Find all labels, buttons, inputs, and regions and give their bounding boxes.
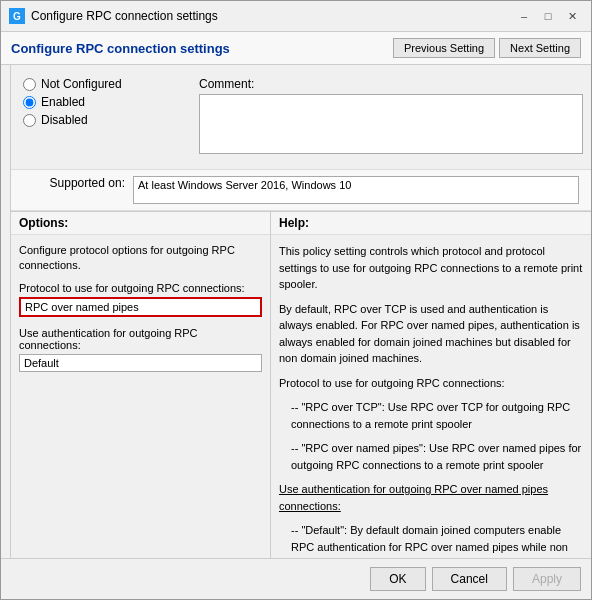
ok-button[interactable]: OK [370,567,425,591]
supported-on-value: At least Windows Server 2016, Windows 10 [133,176,579,204]
maximize-button[interactable]: □ [537,7,559,25]
footer: OK Cancel Apply [1,558,591,599]
help-para-6: -- "Default": By default domain joined c… [279,522,583,558]
disabled-radio[interactable] [23,114,36,127]
dialog-window: G Configure RPC connection settings – □ … [0,0,592,600]
enabled-option[interactable]: Enabled [23,95,179,109]
options-panel: Options: Configure protocol options for … [11,212,271,558]
auth-label: Use authentication for outgoing RPC conn… [19,327,262,351]
not-configured-option[interactable]: Not Configured [23,77,179,91]
enabled-label[interactable]: Enabled [41,95,85,109]
help-panel: Help: This policy setting controls which… [271,212,591,558]
close-button[interactable]: ✕ [561,7,583,25]
window-controls: – □ ✕ [513,7,583,25]
title-bar: G Configure RPC connection settings – □ … [1,1,591,32]
disabled-label[interactable]: Disabled [41,113,88,127]
help-para-3: -- "RPC over TCP": Use RPC over TCP for … [279,399,583,432]
comment-column: Comment: [191,73,591,161]
comment-label: Comment: [199,77,583,91]
page-title: Configure RPC connection settings [11,41,230,56]
title-text: Configure RPC connection settings [31,9,218,23]
help-header: Help: [271,212,591,235]
cancel-button[interactable]: Cancel [432,567,507,591]
help-para-0: This policy setting controls which proto… [279,243,583,293]
left-panel [1,65,11,558]
options-help-section: Options: Configure protocol options for … [11,211,591,558]
main-content: Not Configured Enabled Disabled Comment: [11,65,591,558]
minimize-button[interactable]: – [513,7,535,25]
help-para-5: Use authentication for outgoing RPC over… [279,481,583,514]
not-configured-label[interactable]: Not Configured [41,77,122,91]
options-header: Options: [11,212,270,235]
options-content: Configure protocol options for outgoing … [11,235,270,558]
next-setting-button[interactable]: Next Setting [499,38,581,58]
disabled-option[interactable]: Disabled [23,113,179,127]
protocol-dropdown[interactable]: RPC over TCP RPC over named pipes Defaul… [19,297,262,317]
nav-buttons: Previous Setting Next Setting [393,38,581,58]
comment-textarea[interactable] [199,94,583,154]
supported-on-row: Supported on: At least Windows Server 20… [11,170,591,211]
options-intro-text: Configure protocol options for outgoing … [19,243,262,274]
supported-on-label: Supported on: [23,176,133,190]
content-area: Not Configured Enabled Disabled Comment: [1,65,591,558]
protocol-label: Protocol to use for outgoing RPC connect… [19,282,262,294]
help-para-1: By default, RPC over TCP is used and aut… [279,301,583,367]
title-bar-left: G Configure RPC connection settings [9,8,218,24]
help-para-4: -- "RPC over named pipes": Use RPC over … [279,440,583,473]
auth-dropdown-wrapper: Default Authentication enabled Authentic… [19,354,262,372]
radio-comment-section: Not Configured Enabled Disabled Comment: [11,65,591,170]
not-configured-radio[interactable] [23,78,36,91]
apply-button[interactable]: Apply [513,567,581,591]
dialog-icon: G [9,8,25,24]
enabled-radio[interactable] [23,96,36,109]
header-bar: Configure RPC connection settings Previo… [1,32,591,65]
help-content: This policy setting controls which proto… [271,235,591,558]
protocol-dropdown-wrapper: RPC over TCP RPC over named pipes Defaul… [19,297,262,317]
previous-setting-button[interactable]: Previous Setting [393,38,495,58]
auth-dropdown[interactable]: Default Authentication enabled Authentic… [19,354,262,372]
radio-column: Not Configured Enabled Disabled [11,73,191,161]
help-para-2: Protocol to use for outgoing RPC connect… [279,375,583,392]
